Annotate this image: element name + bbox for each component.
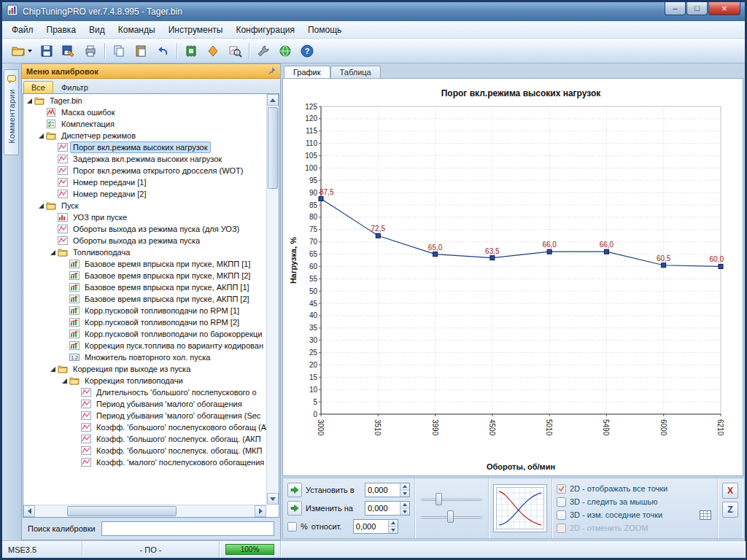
checkbox-row[interactable]: 2D - отменить ZOOM — [557, 522, 713, 534]
curves-thumbnail[interactable] — [493, 484, 547, 532]
copy-icon[interactable] — [109, 41, 129, 61]
vertical-scrollbar[interactable] — [266, 94, 279, 505]
spin-down-button[interactable] — [400, 491, 409, 497]
help-icon[interactable]: ? — [297, 41, 317, 61]
menu-item[interactable]: Вид — [82, 23, 112, 37]
menu-item[interactable]: Команды — [112, 23, 162, 37]
title-bar[interactable]: ChipTuningPRO ver.7.4.8.995 - Tager.bin … — [2, 2, 745, 21]
tree-row[interactable]: Пуск — [23, 200, 266, 211]
print-icon[interactable] — [80, 41, 101, 61]
save-icon[interactable] — [36, 41, 57, 61]
set-value-spinner[interactable]: 0,000 — [365, 483, 410, 497]
expand-arrow-icon[interactable] — [49, 249, 57, 256]
set-value-field[interactable]: 0,000 — [365, 483, 400, 497]
close-button[interactable]: × — [708, 2, 740, 15]
expand-arrow-icon[interactable] — [37, 202, 45, 209]
tree-row[interactable]: Коррекция пуск.топлива по варианту кодир… — [23, 340, 266, 351]
tree-row[interactable]: Базовое время впрыска при пуске, АКПП [1… — [23, 281, 266, 293]
tree-row[interactable]: Обороты выхода из режима пуска — [23, 235, 266, 246]
tree-item-label[interactable]: Номер передачи [2] — [70, 188, 149, 200]
apply-change-button[interactable] — [287, 501, 302, 516]
spin-up-button[interactable] — [400, 502, 409, 509]
tree-row[interactable]: Порог вкл.режима открытого дросселя (WOT… — [23, 165, 266, 176]
tab-graph[interactable]: График — [284, 66, 330, 78]
slider-1[interactable] — [419, 492, 484, 507]
tree-item-label[interactable]: Коррекция при выходе из пуска — [70, 363, 193, 375]
expand-arrow-icon[interactable] — [49, 365, 57, 373]
tree-row[interactable]: Базовое время впрыска при пуске, АКПП [2… — [23, 293, 266, 305]
tree-row[interactable]: Коэфф. 'большого' послепуск. обогащ. (АК… — [23, 433, 266, 445]
tree-item-label[interactable]: Коэфф. 'большого' послепускового обогащ … — [93, 421, 266, 433]
tree-row[interactable]: Коррекция при выходе из пуска — [23, 363, 266, 375]
tree-row[interactable]: УОЗ при пуске — [23, 211, 266, 223]
tree-item-label[interactable]: Корр.пусковой топливоподачи по барокорре… — [82, 328, 265, 340]
menu-item[interactable]: Инструменты — [162, 23, 230, 37]
undo-icon[interactable] — [152, 41, 173, 61]
spin-down-button[interactable] — [389, 527, 398, 534]
slider-2[interactable] — [419, 510, 484, 524]
tree-row[interactable]: Базовое время впрыска при пуске, МКПП [1… — [23, 258, 266, 270]
tree-row[interactable]: Топливоподача — [23, 246, 266, 258]
tree-row[interactable]: Коррекция топливоподачи — [23, 375, 266, 386]
tree-row[interactable]: Номер передачи [1] — [23, 176, 266, 188]
tree-item-label[interactable]: Обороты выхода из режима пуска — [70, 235, 203, 246]
tools-icon[interactable] — [253, 41, 274, 61]
tree-item-label[interactable]: Маска ошибок — [58, 106, 117, 118]
tab-all[interactable]: Все — [23, 81, 53, 93]
checkbox-row[interactable]: 2D - отображать все точки — [557, 483, 713, 494]
tree-row[interactable]: 1.2Множитель повторного хол. пуска — [23, 351, 266, 363]
pin-icon[interactable] — [268, 65, 276, 78]
minimize-button[interactable]: – — [665, 2, 686, 15]
menu-item[interactable]: Помощь — [301, 23, 348, 37]
change-value-spinner[interactable]: 0,000 — [365, 501, 410, 516]
z-button[interactable]: Z — [722, 502, 738, 518]
tree-row[interactable]: Обороты выхода из режима пуска (для УОЗ) — [23, 223, 266, 235]
maximize-button[interactable]: □ — [686, 2, 708, 15]
percent-checkbox[interactable] — [287, 522, 297, 532]
tab-filter[interactable]: Фильтр — [53, 81, 96, 93]
tree-row[interactable]: Период убывания 'малого' обогащения — [23, 398, 266, 410]
search-input[interactable] — [101, 521, 274, 536]
tree-item-label[interactable]: Базовое время впрыска при пуске, МКПП [2… — [82, 270, 253, 281]
tree-item-label[interactable]: Топливоподача — [70, 246, 133, 258]
tree-item-label[interactable]: Длительность 'большого' послепускового о — [93, 386, 260, 398]
menu-item[interactable]: Файл — [5, 23, 40, 37]
tree-row[interactable]: Длительность 'большого' послепускового о — [23, 386, 266, 398]
tree-row[interactable]: Коэфф. 'большого' послепуск. обогащ. (МК… — [23, 445, 266, 456]
tree-row[interactable]: Диспетчер режимов — [23, 130, 266, 141]
checkbox-row[interactable]: 3D - следить за мышью — [557, 496, 713, 508]
tree-item-label[interactable]: Tager.bin — [47, 95, 85, 106]
scroll-down-button[interactable] — [267, 493, 279, 505]
open-file-icon[interactable] — [7, 41, 35, 61]
tree-item-label[interactable]: Комплектация — [58, 118, 117, 130]
tree-item-label[interactable]: Коррекция пуск.топлива по варианту кодир… — [82, 340, 266, 351]
slider-thumb[interactable] — [436, 493, 442, 505]
slider-thumb[interactable] — [447, 510, 454, 523]
checkbox-row[interactable]: 3D - изм. соседние точки — [557, 509, 713, 521]
tree-item-label[interactable]: Базовое время впрыска при пуске, МКПП [1… — [82, 258, 253, 270]
chip-icon[interactable] — [181, 41, 201, 61]
checkbox[interactable] — [557, 484, 566, 494]
tree-item-label[interactable]: Порог вкл.режима открытого дросселя (WOT… — [70, 165, 246, 176]
tree-item-label[interactable]: Порог вкл.режима высоких нагрузок — [70, 141, 211, 153]
tree-row[interactable]: Маска ошибок — [23, 106, 266, 118]
expand-arrow-icon[interactable] — [61, 377, 69, 384]
menu-item[interactable]: Правка — [40, 23, 83, 37]
tree-row[interactable]: Корр.пусковой топливоподачи по RPM [2] — [23, 316, 266, 328]
tree-item-label[interactable]: Задержка вкл.режима высоких нагрузок — [70, 153, 225, 165]
tree-row[interactable]: Номер передачи [2] — [23, 188, 266, 200]
tab-table[interactable]: Таблица — [330, 66, 381, 78]
grid-icon[interactable] — [700, 510, 711, 520]
web-icon[interactable] — [275, 41, 295, 61]
menu-item[interactable]: Конфигурация — [229, 23, 301, 37]
tree-item-label[interactable]: Пуск — [58, 200, 82, 211]
tree-row[interactable]: Коэфф. 'большого' послепускового обогащ … — [23, 421, 266, 433]
relative-field[interactable]: 0,000 — [354, 520, 388, 533]
tree-row[interactable]: Tager.bin — [23, 95, 266, 106]
expand-arrow-icon[interactable] — [26, 97, 34, 104]
tree-row[interactable]: Корр.пусковой топливоподачи по RPM [1] — [23, 305, 266, 316]
tree-item-label[interactable]: Корр.пусковой топливоподачи по RPM [2] — [82, 316, 242, 328]
checkbox[interactable] — [557, 497, 566, 507]
tree-item-label[interactable]: Коэфф. 'большого' послепуск. обогащ. (АК… — [93, 433, 264, 445]
spin-up-button[interactable] — [400, 483, 409, 491]
